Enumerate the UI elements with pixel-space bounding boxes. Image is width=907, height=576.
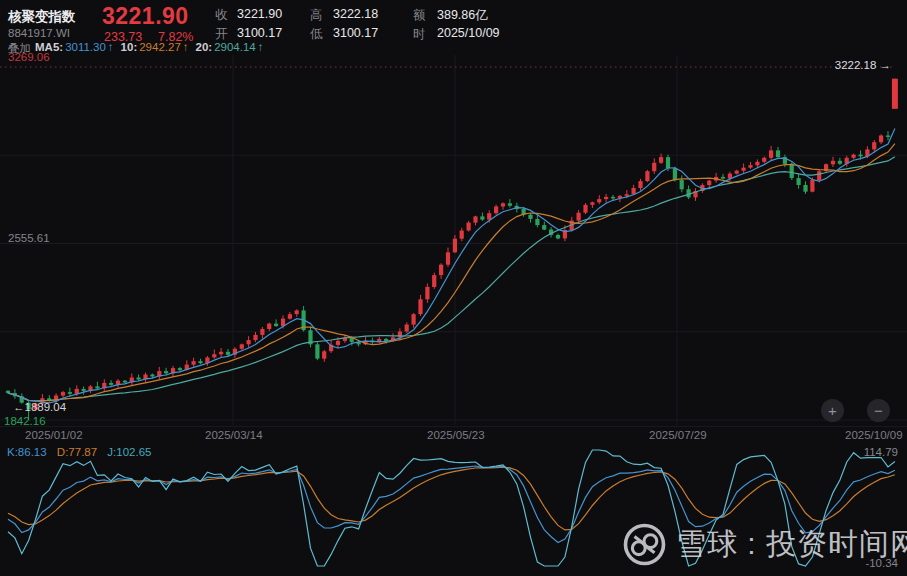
zoom-in-button[interactable]: + [821,399,844,422]
watermark: 雪球 : 投资时间网 [622,522,907,567]
close-label: 收 [215,7,228,24]
high-label: 高 [310,7,323,24]
zoom-out-button[interactable]: − [867,399,890,422]
index-code: 8841917.WI [8,27,70,39]
kdj-j-value: J:102.65 [107,446,151,458]
open-value: 3100.17 [237,26,282,40]
ma10-label: 10: [121,41,138,53]
time-label: 时 [413,26,426,43]
ma20-value: 2904.14 [214,41,256,53]
kdj-legend: K:86.13 D:77.87 J:102.65 [7,446,158,458]
amount-value: 389.86亿 [437,7,488,24]
index-name: 核聚变指数 [8,8,76,26]
x-tick-label: 2025/01/02 [25,429,83,441]
amount-label: 额 [413,7,426,24]
close-value: 3221.90 [237,7,282,21]
time-value: 2025/10/09 [437,26,500,40]
y-label-low: 1842.16 [4,415,46,427]
last-price: 3221.90 [102,3,189,30]
ma20-up-arrow-icon: ↑ [258,41,264,53]
ma20-label: 20: [196,41,213,53]
kdj-k-value: K:86.13 [7,446,47,458]
first-price-marker: ←1889.04 [13,401,66,413]
ma10-up-arrow-icon: ↑ [183,41,189,53]
ma-legend: MA5:3011.30↑10:2942.27↑20:2904.14↑ [35,41,266,53]
y-label-high: 3269.06 [8,51,50,63]
x-tick-label: 2025/05/23 [427,429,485,441]
high-value: 3222.18 [333,7,378,21]
ma5-value: 3011.30 [65,41,106,53]
watermark-text: 雪球 : 投资时间网 [676,524,907,565]
axis-separator [0,426,907,427]
kdj-d-value: D:77.87 [57,446,97,458]
low-value: 3100.17 [333,26,378,40]
candlestick-chart[interactable] [0,0,907,576]
ma10-value: 2942.27 [139,41,181,53]
low-label: 低 [310,26,323,43]
ma5-up-arrow-icon: ↑ [108,41,114,53]
last-price-marker: 3222.18 → [835,59,891,71]
xueqiu-logo-icon [622,522,667,567]
x-tick-label: 2025/03/14 [205,429,263,441]
x-tick-label: 2025/10/09 [845,429,903,441]
y-label-mid: 2555.61 [8,232,50,244]
x-tick-label: 2025/07/29 [649,429,707,441]
kdj-max-label: 114.79 [864,446,898,458]
